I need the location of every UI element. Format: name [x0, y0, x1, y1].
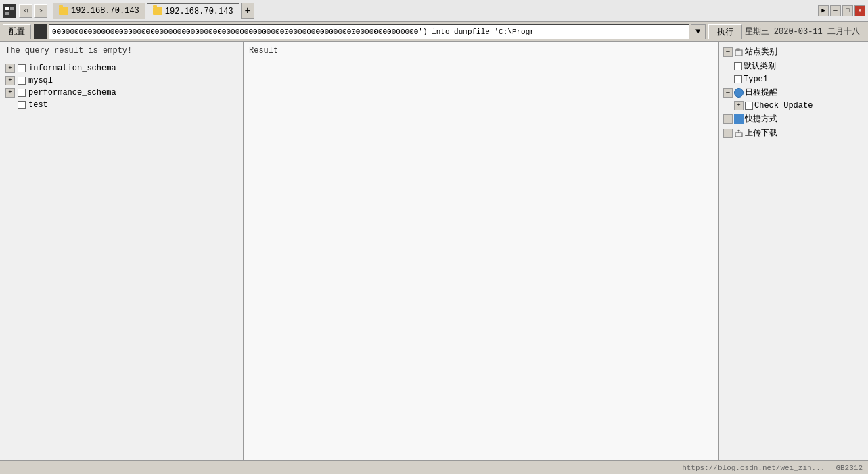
- status-bar: https://blog.csdn.net/wei_zin... GB2312: [0, 460, 868, 474]
- svg-rect-1: [10, 7, 14, 10]
- expand-performance-schema[interactable]: +: [5, 88, 15, 98]
- title-bar: ◁ ▷ 192.168.70.143 192.168.70.143 + ▶ ─ …: [0, 0, 868, 22]
- expand-zhandian[interactable]: ─: [723, 47, 733, 57]
- kuaijie-label: 快捷方式: [745, 113, 777, 125]
- query-icon: [34, 24, 47, 39]
- tab2-label: 192.168.70.143: [165, 7, 233, 16]
- type1-label: Type1: [744, 74, 768, 84]
- right-item-richeng[interactable]: ─ 日程提醒: [722, 85, 865, 100]
- monitor-icon: [36, 28, 45, 35]
- expand-check-update[interactable]: +: [734, 101, 744, 110]
- kuaijie-icon: [734, 114, 744, 124]
- zhandian-label: 站点类别: [745, 46, 777, 58]
- nav-back-btn[interactable]: ◁: [19, 4, 32, 18]
- maximize-btn[interactable]: □: [842, 5, 853, 16]
- left-panel: The query result is empty! + information…: [0, 42, 244, 460]
- tree-item-mysql[interactable]: + mysql: [3, 74, 240, 87]
- check-test[interactable]: [18, 101, 26, 109]
- right-panel: ─ 站点类别 默认类别 Type1 ─ 日程提醒: [719, 42, 868, 460]
- config-btn[interactable]: 配置: [3, 24, 31, 39]
- db-tree: + information_schema + mysql + performan…: [0, 60, 243, 460]
- window-controls: ▶ ─ □ ✕: [818, 5, 865, 16]
- title-btn-group: ◁ ▷: [19, 4, 47, 18]
- svg-rect-2: [5, 12, 9, 15]
- tab1-folder-icon: [59, 7, 68, 15]
- right-item-check-update[interactable]: + Check Update: [733, 100, 865, 112]
- app-icon: [3, 4, 16, 18]
- tree-item-information-schema[interactable]: + information_schema: [3, 62, 240, 74]
- main-content: The query result is empty! + information…: [0, 42, 868, 460]
- label-performance-schema: performance_schema: [28, 88, 116, 98]
- expand-information-schema[interactable]: +: [5, 64, 15, 73]
- shangchuan-icon: [734, 129, 744, 138]
- close-btn[interactable]: ✕: [854, 5, 865, 16]
- moren-label: 默认类别: [744, 60, 776, 72]
- check-moren[interactable]: [734, 62, 742, 70]
- center-panel: Result: [244, 42, 719, 460]
- query-result-label: The query result is empty!: [0, 42, 243, 60]
- query-bar: 0000000000000000000000000000000000000000…: [34, 24, 706, 39]
- right-item-type1[interactable]: Type1: [733, 73, 865, 85]
- check-type1[interactable]: [734, 75, 742, 83]
- dropdown-icon: ▼: [695, 27, 700, 37]
- clock-icon: [734, 88, 744, 98]
- label-mysql: mysql: [28, 76, 53, 85]
- check-mysql[interactable]: [18, 77, 26, 85]
- svg-rect-4: [737, 49, 739, 50]
- tree-item-test[interactable]: test: [3, 99, 240, 111]
- tab1-label: 192.168.70.143: [71, 6, 139, 16]
- result-header: Result: [244, 42, 718, 60]
- richeng-icon: [734, 88, 744, 98]
- nav-forward-btn[interactable]: ▷: [34, 4, 47, 18]
- richeng-label: 日程提醒: [745, 87, 777, 98]
- encoding-label: GB2312: [836, 464, 863, 472]
- expand-mysql[interactable]: +: [5, 76, 15, 85]
- plus-icon: +: [244, 5, 250, 16]
- toolbar: 配置 0000000000000000000000000000000000000…: [0, 22, 868, 42]
- forward-btn[interactable]: ▶: [818, 5, 829, 16]
- expand-kuaijie[interactable]: ─: [723, 114, 733, 124]
- exec-btn[interactable]: 执行: [708, 24, 742, 39]
- website-label: https://blog.csdn.net/wei_zin...: [682, 464, 825, 472]
- zhandian-icon: [734, 47, 744, 57]
- check-update-label: Check Update: [754, 101, 813, 110]
- right-item-shangchuan[interactable]: ─ 上传下载: [722, 126, 865, 140]
- check-check-update[interactable]: [745, 102, 753, 110]
- tab2-folder-icon: [153, 7, 162, 15]
- query-input[interactable]: 0000000000000000000000000000000000000000…: [49, 24, 689, 39]
- datetime-label: 星期三 2020-03-11 二月十八: [745, 26, 865, 37]
- tab-1[interactable]: 192.168.70.143: [53, 3, 145, 19]
- query-dropdown-btn[interactable]: ▼: [691, 24, 706, 39]
- check-information-schema[interactable]: [18, 64, 26, 72]
- check-performance-schema[interactable]: [18, 89, 26, 97]
- new-tab-btn[interactable]: +: [241, 3, 254, 19]
- minimize-btn[interactable]: ─: [830, 5, 841, 16]
- query-content: 0000000000000000000000000000000000000000…: [52, 28, 534, 36]
- expand-shangchuan[interactable]: ─: [723, 129, 733, 138]
- tab-2[interactable]: 192.168.70.143: [147, 3, 239, 19]
- tree-item-performance-schema[interactable]: + performance_schema: [3, 87, 240, 99]
- title-bar-left: ◁ ▷ 192.168.70.143 192.168.70.143 +: [3, 3, 818, 19]
- svg-rect-0: [5, 7, 9, 10]
- right-item-kuaijie[interactable]: ─ 快捷方式: [722, 112, 865, 126]
- result-content: [244, 60, 718, 460]
- right-item-zhandian[interactable]: ─ 站点类别: [722, 45, 865, 59]
- arrow-icon: [734, 114, 744, 124]
- svg-rect-3: [735, 50, 742, 56]
- right-item-moren[interactable]: 默认类别: [733, 59, 865, 73]
- tab-bar: 192.168.70.143 192.168.70.143 +: [50, 3, 818, 19]
- shangchuan-label: 上传下载: [745, 127, 777, 139]
- svg-rect-5: [735, 133, 742, 137]
- label-information-schema: information_schema: [28, 64, 116, 73]
- expand-richeng[interactable]: ─: [723, 88, 733, 98]
- label-test: test: [28, 100, 48, 110]
